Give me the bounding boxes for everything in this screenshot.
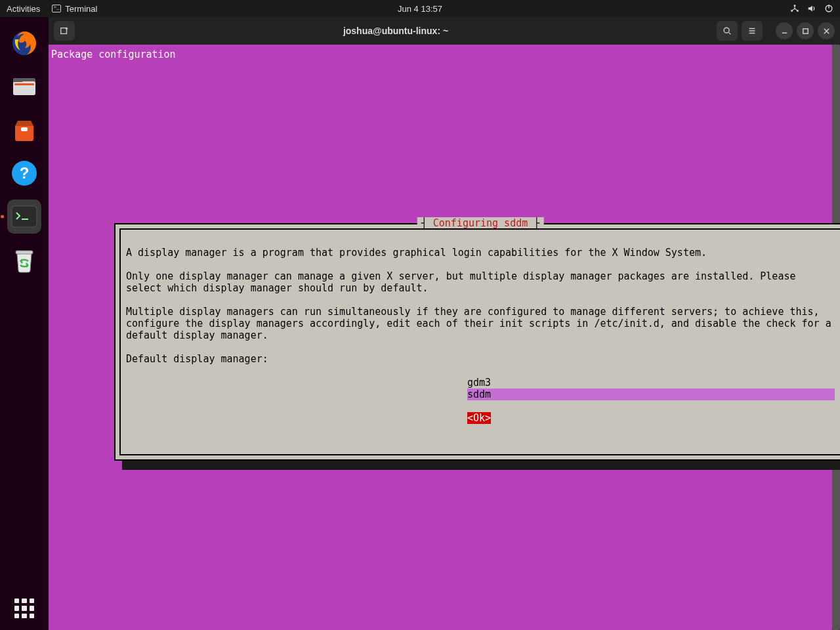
dock-item-trash[interactable]	[7, 243, 41, 277]
power-icon	[824, 4, 833, 13]
dialog-paragraph-1: A display manager is a program that prov…	[126, 247, 707, 259]
svg-rect-18	[803, 28, 807, 33]
volume-icon	[807, 4, 816, 13]
svg-rect-10	[21, 127, 28, 131]
topbar-app-indicator[interactable]: Terminal	[52, 4, 97, 14]
window-title: joshua@ubuntu-linux: ~	[75, 26, 717, 36]
ok-button[interactable]: <Ok>	[467, 412, 491, 424]
network-icon	[790, 4, 799, 13]
dock-item-help[interactable]: ?	[7, 156, 41, 190]
show-applications-button[interactable]	[0, 598, 49, 618]
apps-grid-icon	[14, 598, 34, 618]
search-icon	[723, 26, 732, 35]
close-button[interactable]	[818, 22, 835, 39]
gnome-topbar: Activities Terminal Jun 4 13:57	[0, 0, 840, 17]
files-icon	[10, 72, 39, 101]
maximize-icon	[802, 28, 809, 35]
hamburger-icon	[747, 26, 757, 35]
svg-rect-4	[828, 5, 829, 8]
svg-text:?: ?	[20, 164, 30, 182]
maximize-button[interactable]	[797, 22, 814, 39]
system-status-area[interactable]	[790, 4, 833, 13]
dialog-paragraph-3: Multiple display managers can run simult…	[126, 306, 837, 341]
svg-rect-8	[14, 83, 34, 85]
minimize-icon	[781, 28, 788, 35]
ubuntu-dock: ?	[0, 17, 49, 630]
software-icon	[10, 116, 39, 144]
window-titlebar: joshua@ubuntu-linux: ~	[49, 17, 840, 45]
hamburger-menu-button[interactable]	[742, 21, 763, 41]
dialog-prompt: Default display manager:	[126, 353, 268, 365]
close-icon	[823, 28, 830, 35]
dialog-paragraph-2: Only one display manager can manage a gi…	[126, 270, 802, 294]
search-button[interactable]	[717, 21, 738, 41]
dock-item-software[interactable]	[7, 113, 41, 147]
dock-item-files[interactable]	[7, 70, 41, 104]
dialog-title-frame: ┤ Configuring sddm ├	[417, 217, 544, 229]
dock-item-terminal[interactable]	[7, 200, 41, 234]
terminal-app-icon	[11, 205, 37, 228]
svg-rect-13	[12, 206, 37, 227]
dialog-title: Configuring sddm	[433, 217, 528, 229]
svg-rect-9	[13, 78, 23, 82]
svg-rect-15	[16, 251, 33, 254]
topbar-app-label: Terminal	[65, 4, 97, 14]
option-gdm3[interactable]: gdm3	[467, 377, 835, 388]
option-sddm[interactable]: sddm	[467, 388, 835, 400]
debconf-dialog: ┤ Configuring sddm ├ A display manager i…	[114, 223, 840, 461]
topbar-clock[interactable]: Jun 4 13:57	[398, 4, 442, 14]
svg-point-17	[724, 28, 729, 33]
minimize-button[interactable]	[776, 22, 793, 39]
new-tab-button[interactable]	[54, 21, 75, 41]
activities-button[interactable]: Activities	[7, 4, 40, 14]
terminal-window: joshua@ubuntu-linux: ~	[49, 17, 840, 630]
terminal-viewport[interactable]: Package configuration ┤ Configuring sddm…	[49, 45, 840, 630]
svg-rect-14	[22, 219, 28, 220]
firefox-icon	[10, 29, 39, 58]
terminal-icon	[52, 5, 61, 12]
trash-icon	[11, 245, 37, 274]
package-config-header: Package configuration	[51, 49, 176, 60]
dock-item-firefox[interactable]	[7, 26, 41, 60]
help-icon: ?	[10, 159, 39, 188]
